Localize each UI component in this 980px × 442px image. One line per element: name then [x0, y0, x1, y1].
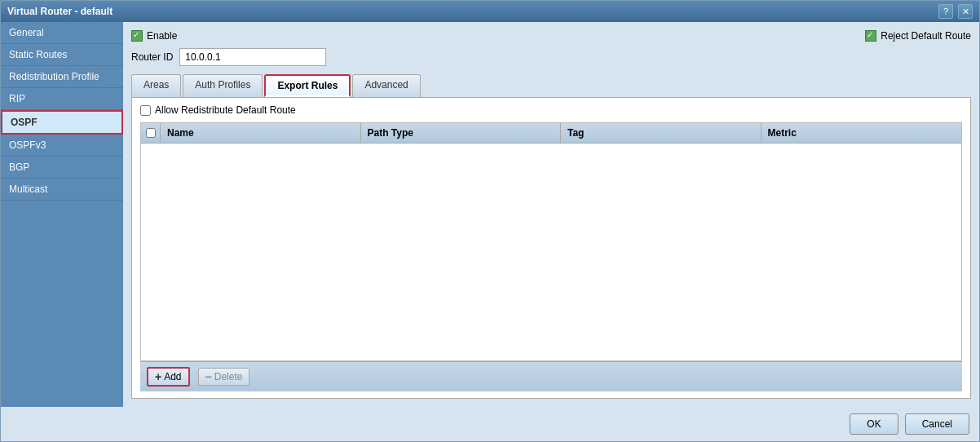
tab-content: Allow Redistribute Default Route Name Pa… — [131, 97, 971, 399]
tab-areas[interactable]: Areas — [131, 74, 181, 97]
allow-redistribute-checkbox[interactable] — [140, 105, 151, 116]
router-id-label: Router ID — [131, 51, 173, 63]
main-window: Virtual Router - default ? ✕ General Sta… — [0, 0, 980, 442]
bottom-bar: + Add − Delete — [140, 361, 962, 391]
sidebar-item-bgp[interactable]: BGP — [1, 157, 123, 179]
router-id-row: Router ID — [131, 48, 971, 66]
allow-redistribute-row: Allow Redistribute Default Route — [140, 104, 962, 116]
allow-redistribute-label: Allow Redistribute Default Route — [155, 104, 296, 116]
sidebar-item-redistribution-profile[interactable]: Redistribution Profile — [1, 66, 123, 88]
titlebar-icons: ? ✕ — [938, 4, 973, 19]
enable-checkmark — [131, 30, 143, 42]
window-title: Virtual Router - default — [7, 6, 113, 17]
add-label: Add — [164, 371, 181, 382]
top-bar: Enable Reject Default Route — [131, 30, 971, 42]
sidebar-item-multicast[interactable]: Multicast — [1, 179, 123, 201]
enable-checkbox-label[interactable]: Enable — [131, 30, 177, 42]
tab-inner: Allow Redistribute Default Route Name Pa… — [132, 98, 970, 398]
sidebar-item-ospf[interactable]: OSPF — [1, 110, 123, 135]
add-plus-icon: + — [155, 370, 161, 383]
left-top: Enable — [131, 30, 177, 42]
sidebar-item-rip[interactable]: RIP — [1, 88, 123, 110]
sidebar: General Static Routes Redistribution Pro… — [1, 22, 123, 407]
close-icon[interactable]: ✕ — [958, 4, 973, 19]
content-area: Enable Reject Default Route Router ID — [123, 22, 979, 407]
titlebar: Virtual Router - default ? ✕ — [1, 1, 979, 22]
tab-advanced[interactable]: Advanced — [352, 74, 420, 97]
table-header-metric: Metric — [761, 123, 962, 143]
sidebar-item-general[interactable]: General — [1, 22, 123, 44]
main-content: General Static Routes Redistribution Pro… — [1, 22, 979, 407]
table-select-all-checkbox[interactable] — [146, 128, 156, 138]
delete-label: Delete — [214, 371, 243, 382]
delete-button[interactable]: − Delete — [198, 368, 250, 386]
table-body — [141, 144, 961, 360]
reject-default-route-label[interactable]: Reject Default Route — [865, 30, 971, 42]
delete-minus-icon: − — [205, 370, 212, 383]
table-header-checkbox-cell — [141, 123, 161, 143]
right-top: Reject Default Route — [865, 30, 971, 42]
add-button[interactable]: + Add — [147, 367, 190, 387]
table-header: Name Path Type Tag Metric — [141, 123, 961, 144]
cancel-button[interactable]: Cancel — [905, 413, 969, 435]
ok-button[interactable]: OK — [850, 413, 898, 435]
router-id-input[interactable] — [179, 48, 326, 66]
footer: OK Cancel — [1, 407, 979, 441]
table-header-path-type: Path Type — [361, 123, 562, 143]
export-rules-table: Name Path Type Tag Metric — [140, 122, 962, 361]
tabs-row: Areas Auth Profiles Export Rules Advance… — [131, 74, 971, 97]
table-header-name: Name — [161, 123, 361, 143]
tab-auth-profiles[interactable]: Auth Profiles — [183, 74, 263, 97]
help-icon[interactable]: ? — [938, 4, 953, 19]
reject-default-route-text: Reject Default Route — [881, 30, 971, 42]
enable-label: Enable — [147, 30, 177, 42]
table-header-tag: Tag — [561, 123, 761, 143]
reject-default-route-checkmark — [865, 30, 876, 42]
sidebar-item-static-routes[interactable]: Static Routes — [1, 44, 123, 66]
sidebar-item-ospfv3[interactable]: OSPFv3 — [1, 135, 123, 157]
tab-export-rules[interactable]: Export Rules — [264, 74, 351, 97]
